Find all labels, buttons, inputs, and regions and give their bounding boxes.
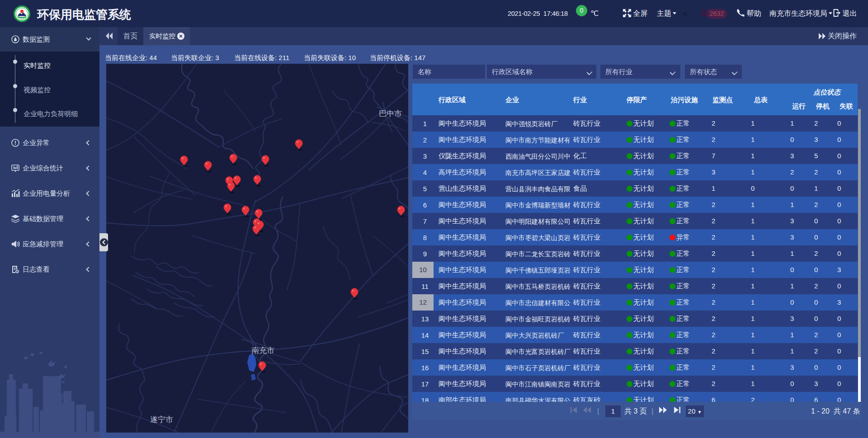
svg-text:巴中市: 巴中市 bbox=[379, 109, 402, 118]
svg-text:遂宁市: 遂宁市 bbox=[150, 415, 173, 424]
svg-text:南充市: 南充市 bbox=[251, 346, 274, 355]
